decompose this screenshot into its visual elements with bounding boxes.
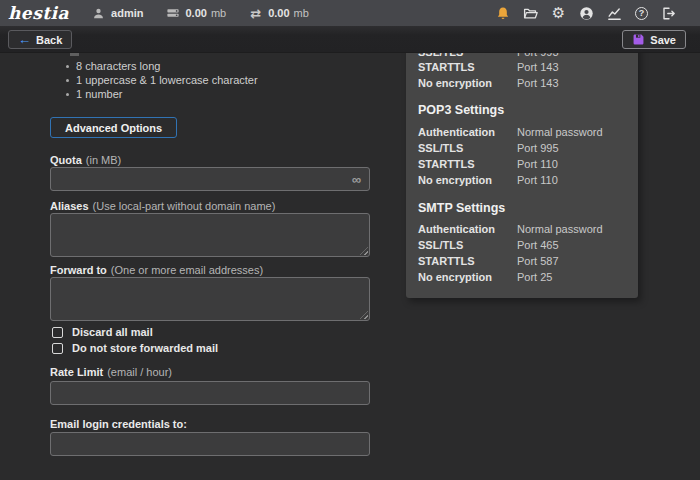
email-credentials-input[interactable]	[50, 432, 370, 456]
pop3-ssl-row: SSL/TLS Port 995	[418, 142, 628, 155]
disk-value: 0.00	[185, 7, 206, 19]
header-actions: ⚙ ?	[495, 6, 700, 21]
pop3-settings-heading: POP3 Settings	[418, 103, 504, 117]
bandwidth-usage[interactable]: ⇄ 0.00 mb	[248, 6, 309, 21]
password-hint-item: 8 characters long	[64, 59, 258, 73]
discard-all-mail-label: Discard all mail	[72, 326, 153, 338]
page-toolbar: ← Back Save	[0, 26, 700, 53]
disk-unit: mb	[211, 7, 226, 19]
disk-usage[interactable]: 0.00 mb	[165, 6, 226, 21]
pop3-noencryption-row: No encryption Port 110	[418, 174, 628, 187]
clipped-text-fragment	[70, 53, 79, 56]
discard-all-mail-checkbox[interactable]	[52, 327, 63, 338]
bandwidth-unit: mb	[294, 7, 309, 19]
save-floppy-icon	[632, 33, 645, 46]
aliases-label: Aliases(Use local-part without domain na…	[50, 200, 275, 212]
smtp-settings-heading: SMTP Settings	[418, 201, 505, 215]
forward-to-textarea-wrap	[50, 277, 370, 321]
smtp-auth-row: Authentication Normal password	[418, 223, 628, 236]
help-icon[interactable]: ?	[635, 7, 648, 20]
quota-hint: (in MB)	[86, 154, 121, 166]
pop3-auth-row: Authentication Normal password	[418, 126, 628, 139]
quota-label: Quota(in MB)	[50, 154, 121, 166]
rate-limit-label: Rate Limit(email / hour)	[50, 366, 172, 378]
aliases-textarea-wrap	[50, 213, 370, 257]
user-icon	[91, 6, 106, 21]
smtp-ssl-row: SSL/TLS Port 465	[418, 239, 628, 252]
settings-gear-icon[interactable]: ⚙	[551, 6, 566, 21]
back-arrow-icon: ←	[18, 33, 31, 46]
transfer-icon: ⇄	[248, 6, 263, 21]
aliases-hint: (Use local-part without domain name)	[93, 200, 276, 212]
password-hint-item: 1 number	[64, 87, 258, 101]
hestia-logo[interactable]: hestia	[8, 0, 69, 26]
do-not-store-forwarded-checkbox-row[interactable]: Do not store forwarded mail	[52, 342, 218, 354]
statistics-chart-icon[interactable]	[607, 6, 622, 21]
smtp-starttls-row: STARTTLS Port 587	[418, 255, 628, 268]
save-button[interactable]: Save	[622, 30, 686, 49]
do-not-store-forwarded-label: Do not store forwarded mail	[72, 342, 218, 354]
imap-starttls-row: STARTTLS Port 143	[418, 61, 628, 74]
imap-noencryption-row: No encryption Port 143	[418, 77, 628, 90]
rate-limit-hint: (email / hour)	[107, 366, 172, 378]
pop3-starttls-row: STARTTLS Port 110	[418, 158, 628, 171]
bandwidth-value: 0.00	[268, 7, 289, 19]
quota-input[interactable]	[50, 167, 370, 191]
rate-limit-input[interactable]	[50, 381, 370, 405]
username-label: admin	[111, 7, 143, 19]
password-hint-item: 1 uppercase & 1 lowercase character	[64, 73, 258, 87]
back-button-label: Back	[36, 34, 62, 46]
smtp-noencryption-row: No encryption Port 25	[418, 271, 628, 284]
account-user-circle-icon[interactable]	[579, 6, 594, 21]
advanced-options-button[interactable]: Advanced Options	[50, 117, 177, 138]
user-menu[interactable]: admin	[91, 6, 143, 21]
mail-connection-settings-panel: SSL/TLS Port 993 STARTTLS Port 143 No en…	[406, 53, 638, 298]
back-button[interactable]: ← Back	[8, 30, 72, 49]
forward-to-label: Forward to(One or more email addresses)	[50, 264, 263, 276]
save-button-label: Save	[650, 34, 676, 46]
disk-icon	[165, 6, 180, 21]
do-not-store-forwarded-checkbox[interactable]	[52, 343, 63, 354]
quota-input-wrap: ∞	[50, 167, 370, 191]
password-requirements-list: 8 characters long 1 uppercase & 1 lowerc…	[64, 59, 258, 101]
forward-to-hint: (One or more email addresses)	[111, 264, 263, 276]
aliases-textarea[interactable]	[50, 213, 370, 257]
notifications-bell-icon[interactable]	[495, 6, 510, 21]
forward-to-textarea[interactable]	[50, 277, 370, 321]
discard-all-mail-checkbox-row[interactable]: Discard all mail	[52, 326, 153, 338]
email-credentials-label: Email login credentials to:	[50, 418, 187, 430]
imap-ssl-row: SSL/TLS Port 993	[418, 53, 628, 59]
top-header-bar: hestia admin 0.00 mb ⇄ 0.00 mb	[0, 0, 700, 26]
content-area: 8 characters long 1 uppercase & 1 lowerc…	[0, 53, 700, 480]
file-manager-folder-icon[interactable]	[523, 6, 538, 21]
logout-icon[interactable]	[661, 6, 676, 21]
